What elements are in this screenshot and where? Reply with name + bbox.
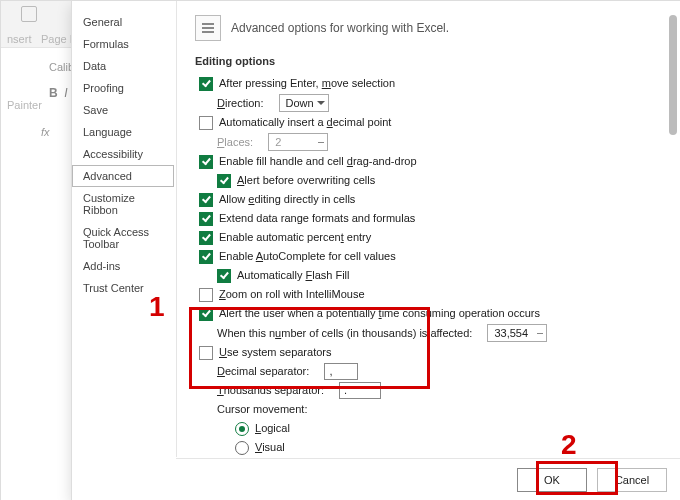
lbl-flash-fill: Automatically Flash Fill: [237, 267, 350, 284]
lbl-alert-time: Alert the user when a potentially time c…: [219, 305, 540, 322]
chk-after-enter[interactable]: [199, 77, 213, 91]
lbl-decimal-sep: Decimal separator:: [217, 363, 309, 380]
sidebar-item-language[interactable]: Language: [72, 121, 174, 143]
advanced-heading-icon: [195, 15, 221, 41]
sidebar-item-trust-center[interactable]: Trust Center: [72, 277, 174, 299]
sidebar-item-general[interactable]: General: [72, 11, 174, 33]
content-scrollbar[interactable]: [669, 15, 677, 415]
sidebar-item-proofing[interactable]: Proofing: [72, 77, 174, 99]
sidebar-item-addins[interactable]: Add-ins: [72, 255, 174, 277]
lbl-cursor-visual: Visual: [255, 439, 285, 456]
ribbon-tab-insert: nsert: [7, 33, 31, 45]
chk-edit-in-cell[interactable]: [199, 193, 213, 207]
options-sidebar: General Formulas Data Proofing Save Lang…: [72, 11, 174, 491]
ok-button[interactable]: OK: [517, 468, 587, 492]
chk-alert-overwrite[interactable]: [217, 174, 231, 188]
format-painter-label: Painter: [7, 99, 42, 111]
lbl-alert-overwrite: Alert before overwriting cells: [237, 172, 375, 189]
chk-flash-fill[interactable]: [217, 269, 231, 283]
rad-cursor-visual[interactable]: [235, 441, 249, 455]
lbl-fill-handle: Enable fill handle and cell drag-and-dro…: [219, 153, 417, 170]
dialog-footer: OK Cancel: [176, 458, 680, 500]
chk-system-separators[interactable]: [199, 346, 213, 360]
sidebar-item-advanced[interactable]: Advanced: [72, 165, 174, 187]
chk-alert-time[interactable]: [199, 307, 213, 321]
bold-italic-bg: B I: [49, 86, 68, 100]
chk-auto-percent[interactable]: [199, 231, 213, 245]
lbl-auto-decimal: Automatically insert a decimal point: [219, 114, 391, 131]
chk-autocomplete[interactable]: [199, 250, 213, 264]
lbl-after-enter: After pressing Enter, move selection: [219, 75, 395, 92]
lbl-system-separators: Use system separators: [219, 344, 332, 361]
options-content: Advanced options for working with Excel.…: [176, 1, 680, 457]
chk-extend-formats[interactable]: [199, 212, 213, 226]
txt-thousands-sep[interactable]: .: [339, 382, 381, 399]
lbl-autocomplete: Enable AutoComplete for cell values: [219, 248, 396, 265]
sidebar-item-formulas[interactable]: Formulas: [72, 33, 174, 55]
cancel-button[interactable]: Cancel: [597, 468, 667, 492]
txt-decimal-sep[interactable]: ,: [324, 363, 358, 380]
chk-auto-decimal[interactable]: [199, 116, 213, 130]
lbl-places: PPlaces:laces:: [217, 134, 253, 151]
excel-options-dialog: General Formulas Data Proofing Save Lang…: [71, 1, 680, 500]
save-icon: [21, 6, 37, 22]
lbl-cells-affected: When this number of cells (in thousands)…: [217, 325, 472, 342]
sidebar-item-data[interactable]: Data: [72, 55, 174, 77]
lbl-cursor-logical: Logical: [255, 420, 290, 437]
lbl-extend-formats: Extend data range formats and formulas: [219, 210, 415, 227]
lbl-thousands-sep: Thousands separator:: [217, 382, 324, 399]
spin-cells-affected[interactable]: 33,554: [487, 324, 547, 342]
lbl-direction: Direction:: [217, 95, 263, 112]
dd-direction[interactable]: Down: [279, 94, 329, 112]
rad-cursor-logical[interactable]: [235, 422, 249, 436]
sidebar-item-accessibility[interactable]: Accessibility: [72, 143, 174, 165]
sidebar-item-save[interactable]: Save: [72, 99, 174, 121]
sidebar-item-customize-ribbon[interactable]: Customize Ribbon: [72, 187, 174, 221]
spin-places: 2: [268, 133, 328, 151]
advanced-heading: Advanced options for working with Excel.: [231, 21, 449, 35]
lbl-cursor-movement: Cursor movement:: [217, 401, 307, 418]
chk-fill-handle[interactable]: [199, 155, 213, 169]
lbl-zoom-intellimouse: Zoom on roll with IntelliMouse: [219, 286, 365, 303]
lbl-edit-in-cell: Allow editing directly in cells: [219, 191, 355, 208]
sidebar-item-qat[interactable]: Quick Access Toolbar: [72, 221, 174, 255]
lbl-auto-percent: Enable automatic percent entry: [219, 229, 371, 246]
formula-bar-fx: fx: [41, 126, 50, 138]
section-editing-options: Editing options: [195, 55, 663, 67]
chk-zoom-intellimouse[interactable]: [199, 288, 213, 302]
